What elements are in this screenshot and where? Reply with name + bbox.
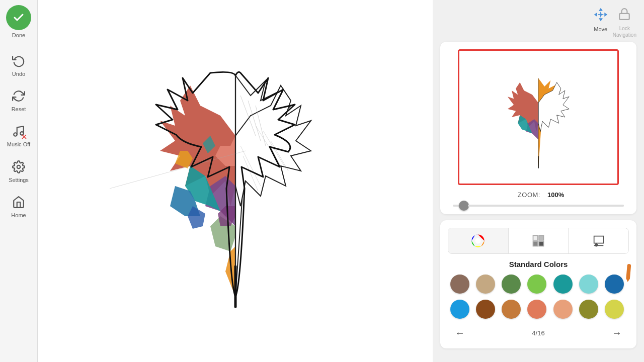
svg-rect-26 [533,236,538,240]
color-swatch[interactable] [553,300,573,319]
color-swatch[interactable] [502,275,521,294]
settings-label: Settings [9,177,29,184]
home-icon [11,194,27,210]
svg-point-0 [14,133,17,137]
svg-rect-29 [539,241,543,246]
zoom-label: ZOOM: [518,191,540,199]
lock-navigation-button[interactable]: LockNavigation [613,8,636,38]
next-page-button[interactable]: → [609,325,625,341]
done-label: Done [12,32,25,38]
color-panel: Standard Colors ← 4/16 → [440,220,636,348]
color-grid-row1 [448,275,629,294]
leaf-artwork [85,30,386,332]
settings-button[interactable]: Settings [3,155,35,188]
reset-button[interactable]: Reset [3,84,35,117]
color-pagination: ← 4/16 → [448,325,629,341]
zoom-slider-row[interactable] [448,205,629,207]
color-swatch[interactable] [450,300,469,319]
lock-label: LockNavigation [613,25,636,38]
color-tabs [448,228,629,254]
undo-label: Undo [12,71,25,77]
color-swatch[interactable] [476,300,495,319]
settings-icon [11,159,27,175]
color-swatch[interactable] [579,300,598,319]
move-button[interactable]: Move [594,8,608,32]
svg-rect-27 [539,236,543,240]
color-grid-row2 [448,300,629,319]
zoom-row: ZOOM: 100% [448,191,629,199]
done-button[interactable] [6,5,31,30]
prev-page-button[interactable]: ← [452,325,468,341]
svg-point-30 [595,244,598,246]
reset-label: Reset [12,106,26,113]
svg-point-25 [475,238,481,243]
svg-point-16 [599,14,602,16]
music-button[interactable]: Music Off [3,119,35,152]
undo-icon [11,53,27,69]
zoom-thumb[interactable] [459,201,469,211]
lock-icon [618,8,631,24]
svg-rect-28 [533,241,538,246]
svg-rect-21 [620,14,630,20]
color-swatch[interactable] [502,300,521,319]
home-button[interactable]: Home [3,190,35,223]
main-canvas[interactable] [38,0,433,362]
color-wheel-tab[interactable] [448,228,509,253]
zoom-slider[interactable] [453,205,624,207]
move-icon [594,8,608,25]
pattern-tab[interactable] [509,228,569,253]
move-label: Move [594,26,607,32]
music-icon [11,123,27,139]
color-swatch[interactable] [553,275,573,294]
color-swatch[interactable] [527,275,546,294]
palette-tab[interactable] [569,228,628,253]
color-swatch[interactable] [527,300,546,319]
color-swatch[interactable] [605,300,624,319]
color-swatch[interactable] [579,275,598,294]
color-swatch[interactable] [476,275,495,294]
zoom-value: 100% [547,191,564,199]
music-label: Music Off [7,141,30,148]
right-panel: Move LockNavigation [433,0,644,362]
preview-card: ZOOM: 100% [440,42,636,214]
undo-button[interactable]: Undo [3,49,35,81]
sidebar: Done Undo Reset [0,0,38,362]
color-swatch[interactable] [605,275,624,294]
home-label: Home [11,212,26,219]
preview-image [458,49,619,185]
svg-point-4 [17,165,21,168]
color-section-title: Standard Colors [448,260,629,268]
color-swatch[interactable] [450,275,469,294]
reset-icon [11,88,27,104]
page-info: 4/16 [532,329,544,337]
